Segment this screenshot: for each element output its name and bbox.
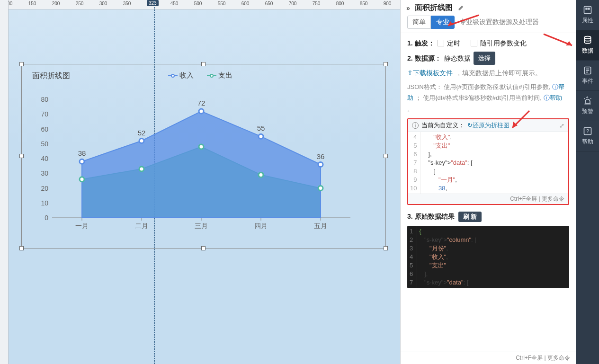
checkbox-label: 随引用参数变化	[480, 37, 527, 50]
section-label: 1. 触发：	[407, 37, 435, 50]
svg-text:70: 70	[41, 110, 48, 118]
config-panel: » 面积折线图 简单 专业 专业级设置数据源及处理器 1. 触发： 定时 随引用…	[400, 0, 576, 364]
svg-text:72: 72	[197, 99, 206, 107]
svg-point-24	[199, 109, 204, 114]
svg-rect-37	[588, 8, 589, 9]
help-link[interactable]: 帮助	[550, 94, 562, 101]
svg-point-31	[139, 167, 144, 171]
properties-icon	[583, 5, 592, 15]
svg-text:36: 36	[317, 152, 325, 160]
design-canvas[interactable]: 1001502002503003504004505005506006507007…	[0, 0, 400, 364]
section-trigger: 1. 触发： 定时 随引用参数变化	[407, 37, 569, 50]
mode-tabs: 简单 专业 专业级设置数据源及处理器	[401, 16, 576, 33]
datasource-mode: 静态数据	[444, 52, 471, 65]
svg-point-22	[139, 139, 144, 143]
tab-professional[interactable]: 专业	[431, 16, 455, 29]
collapse-icon[interactable]: »	[406, 4, 410, 12]
sidebar-item-help[interactable]: ? 帮助	[576, 121, 599, 151]
info-icon: i	[412, 122, 419, 129]
database-icon	[583, 36, 592, 45]
svg-text:五月: 五月	[314, 222, 327, 230]
svg-text:0: 0	[45, 214, 48, 222]
json-format-help: JSON格式： 使用{#页面参数路径:默认值#}引用参数, ⓘ帮助 ； 使用{d…	[407, 81, 569, 115]
svg-point-33	[259, 172, 263, 177]
checkbox-label: 定时	[447, 37, 460, 50]
svg-text:38: 38	[78, 149, 86, 157]
section-label: 2. 数据源：	[407, 52, 441, 65]
ruler-vertical[interactable]	[0, 0, 9, 364]
legend-marker-income	[168, 73, 178, 78]
svg-point-20	[80, 159, 84, 164]
upload-icon: ⇪	[407, 69, 413, 77]
tab-simple[interactable]: 简单	[407, 16, 431, 29]
sidebar-item-label: 属性	[582, 17, 593, 25]
right-sidebar: 属性 数据 事件 预警 ? 帮助	[576, 0, 599, 364]
sidebar-item-label: 帮助	[582, 138, 593, 146]
section-result: 3. 原始数据结果 刷 新	[407, 212, 569, 222]
svg-text:一月: 一月	[75, 222, 89, 230]
svg-text:80: 80	[41, 96, 48, 103]
alarm-icon	[583, 96, 592, 106]
chart-legend: 收入 支出	[168, 71, 232, 80]
legend-marker-expense	[207, 73, 216, 78]
svg-text:10: 10	[41, 199, 48, 207]
select-button[interactable]: 选择	[474, 52, 495, 65]
restore-link[interactable]: ↻还原为折柱图	[467, 121, 510, 130]
help-icon: ?	[583, 126, 592, 136]
expand-icon[interactable]: ⤢	[559, 122, 564, 129]
svg-point-30	[80, 177, 84, 182]
sidebar-item-label: 事件	[582, 77, 593, 85]
sidebar-item-label: 数据	[582, 47, 593, 55]
tab-hint: 专业级设置数据源及处理器	[459, 18, 539, 27]
svg-rect-35	[584, 7, 591, 14]
result-viewer[interactable]: 1234567 { "s-key">"column": [ "月份", "收入"…	[407, 226, 569, 288]
ruler-marker[interactable]: 326	[147, 0, 159, 6]
checkbox-params[interactable]	[471, 40, 477, 46]
svg-text:30: 30	[41, 169, 48, 177]
svg-text:60: 60	[41, 125, 48, 133]
sidebar-item-events[interactable]: 事件	[576, 61, 599, 91]
events-icon	[583, 66, 592, 75]
download-template-link[interactable]: ⇪下载模板文件	[407, 67, 453, 80]
svg-text:40: 40	[41, 155, 48, 162]
svg-point-34	[318, 186, 323, 191]
svg-text:50: 50	[41, 140, 48, 148]
svg-rect-36	[585, 8, 587, 9]
svg-point-38	[584, 36, 590, 39]
panel-title: 面积折线图	[415, 3, 453, 13]
legend-label: 收入	[179, 71, 194, 80]
svg-text:55: 55	[257, 124, 265, 132]
svg-point-32	[199, 144, 204, 149]
ruler-horizontal[interactable]: 1001502002503003504004505005506006507007…	[0, 0, 400, 9]
sidebar-item-label: 预警	[582, 107, 593, 115]
svg-text:52: 52	[138, 129, 146, 137]
checkbox-timer[interactable]	[438, 40, 444, 46]
svg-text:三月: 三月	[195, 222, 208, 230]
legend-label: 支出	[218, 71, 232, 80]
panel-header: » 面积折线图	[401, 0, 576, 16]
chart-title: 面积折线图	[32, 71, 70, 81]
panel-footer[interactable]: Ctrl+F全屏 | 更多命令	[401, 352, 576, 364]
svg-point-28	[318, 162, 323, 167]
editor-footer[interactable]: Ctrl+F全屏 | 更多命令	[408, 194, 568, 204]
editor-status: 当前为自定义：	[421, 121, 465, 130]
sidebar-item-alarm[interactable]: 预警	[576, 91, 599, 121]
refresh-button[interactable]: 刷 新	[458, 212, 482, 222]
sidebar-item-props[interactable]: 属性	[576, 0, 599, 30]
chart-plot: 01020304050607080一月二月三月四月五月3852725536	[28, 90, 360, 237]
svg-text:20: 20	[41, 185, 48, 192]
svg-text:二月: 二月	[135, 222, 148, 230]
json-editor[interactable]: i 当前为自定义： ↻还原为折柱图 ⤢ 45678910 "收入", "支出" …	[407, 118, 569, 205]
edit-icon[interactable]	[457, 5, 464, 11]
svg-point-26	[259, 134, 263, 139]
svg-text:四月: 四月	[254, 222, 268, 230]
svg-text:?: ?	[586, 128, 589, 134]
section-datasource: 2. 数据源： 静态数据 选择	[407, 52, 569, 65]
sidebar-item-data[interactable]: 数据	[576, 30, 599, 61]
hint-text: ，填充数据后上传即可展示。	[456, 67, 542, 80]
